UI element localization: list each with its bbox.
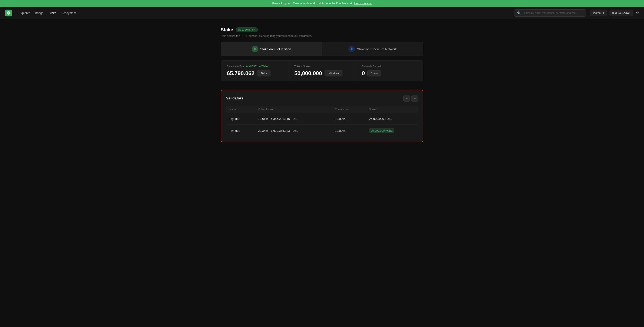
nav-ecosystem[interactable]: Ecosystem xyxy=(61,10,76,16)
banner-link[interactable]: Learn more → xyxy=(354,2,372,5)
stake-subtitle: Help secure the FUEL network by delegati… xyxy=(221,34,423,38)
chevron-down-icon: ▾ xyxy=(603,11,604,14)
search-bar[interactable]: 🔍 Search by block, transaction, contract… xyxy=(514,9,586,16)
wallet-address[interactable]: 0x3F56...4dCF xyxy=(610,10,633,16)
eth-icon xyxy=(348,46,355,52)
stat-staked-value: 50,000.000 Withdraw xyxy=(294,70,350,77)
col-voting-power: Voting Power xyxy=(255,106,332,113)
table-header-row: Name Voting Power Commission Staked xyxy=(226,106,418,113)
prev-arrow[interactable]: ← xyxy=(403,95,410,102)
validators-table-body: mynode 79.66% - 6,345,291.115 FUEL 10.00… xyxy=(226,113,418,137)
banner-text: Points Program: Earn rewards and contrib… xyxy=(272,2,353,5)
tab-ethereum-label: Stake on Ethereum Network xyxy=(357,47,397,51)
stat-staked-label: Tokens Staked xyxy=(294,65,350,68)
tab-ethereum-network[interactable]: Stake on Ethereum Network xyxy=(322,42,423,56)
page-title: Stake xyxy=(221,27,233,32)
claim-button[interactable]: Claim xyxy=(367,70,381,76)
validators-title: Validators xyxy=(226,96,244,100)
validators-table-head: Name Voting Power Commission Staked xyxy=(226,106,418,113)
search-placeholder: Search by block, transaction, contract, … xyxy=(522,12,578,14)
nav-stake[interactable]: Stake xyxy=(49,10,56,16)
add-fuel-link[interactable]: Add FUEL to Wallet xyxy=(246,65,268,68)
validator-2-voting-power: 20.34% - 1,620,365.123 FUEL xyxy=(255,124,332,137)
validator-1-voting-power: 79.66% - 6,345,291.115 FUEL xyxy=(255,113,332,124)
withdraw-button[interactable]: Withdraw xyxy=(324,70,342,76)
nav-links: Explorer Bridge Stake Ecosystem xyxy=(19,10,514,16)
logo-icon xyxy=(5,10,12,16)
validator-2-commission: 10.00% xyxy=(332,124,366,137)
next-arrow[interactable]: → xyxy=(412,95,418,102)
stat-staked: Tokens Staked 50,000.000 Withdraw xyxy=(288,61,356,81)
validator-1-name: mynode xyxy=(226,113,255,124)
col-commission: Commission xyxy=(332,106,366,113)
stat-balance-value: 65,790.062 Stake xyxy=(227,70,282,77)
validator-row-1[interactable]: mynode 79.66% - 6,345,291.115 FUEL 10.00… xyxy=(226,113,418,124)
wallet-address-text: 0x3F56...4dCF xyxy=(612,11,630,14)
fuel-icon xyxy=(252,46,258,52)
top-banner: Points Program: Earn rewards and contrib… xyxy=(0,0,644,6)
logo[interactable] xyxy=(5,10,12,16)
validators-table: Name Voting Power Commission Staked myno… xyxy=(226,106,418,137)
stat-balance-label: Balance in Fuel Add FUEL to Wallet xyxy=(227,65,282,68)
search-icon: 🔍 xyxy=(517,11,521,15)
nav-arrows: ← → xyxy=(403,95,418,102)
nav-bridge[interactable]: Bridge xyxy=(35,10,44,16)
validator-2-staked: 25,000.000 FUEL xyxy=(366,124,418,137)
navbar-right: Testnet ▾ 0x3F56...4dCF ⚙ xyxy=(590,10,639,16)
validator-1-commission: 10.00% xyxy=(332,113,366,124)
stat-rewards-value: 0 Claim xyxy=(362,70,417,77)
stat-rewards: Rewards Earned 0 Claim xyxy=(356,61,423,81)
stat-rewards-label: Rewards Earned xyxy=(362,65,417,68)
stat-balance: Balance in Fuel Add FUEL to Wallet 65,79… xyxy=(221,61,288,81)
validator-1-staked: 25,000.000 FUEL xyxy=(366,113,418,124)
network-button[interactable]: Testnet ▾ xyxy=(590,10,607,16)
validators-section: Validators ← → Name Voting Power Commiss… xyxy=(221,90,423,142)
main-content: Stake Up to 10% APY Help secure the FUEL… xyxy=(216,19,428,150)
validator-row-2[interactable]: mynode 20.34% - 1,620,365.123 FUEL 10.00… xyxy=(226,124,418,137)
tab-fuel-ignition[interactable]: Stake on Fuel Ignition xyxy=(221,42,322,56)
network-label: Testnet xyxy=(592,11,602,14)
apy-badge: Up to 10% APY xyxy=(236,28,258,32)
stake-header: Stake Up to 10% APY xyxy=(221,27,423,32)
nav-explorer[interactable]: Explorer xyxy=(19,10,30,16)
col-staked: Staked xyxy=(366,106,418,113)
settings-icon[interactable]: ⚙ xyxy=(636,11,639,15)
validator-2-staked-highlighted: 25,000.000 FUEL xyxy=(369,128,394,133)
col-name: Name xyxy=(226,106,255,113)
navbar: Explorer Bridge Stake Ecosystem 🔍 Search… xyxy=(0,6,644,19)
validators-header: Validators ← → xyxy=(226,95,418,102)
tab-fuel-ignition-label: Stake on Fuel Ignition xyxy=(260,47,291,51)
stake-tabs: Stake on Fuel Ignition Stake on Ethereum… xyxy=(221,42,423,56)
stake-button[interactable]: Stake xyxy=(257,70,270,76)
stats-row: Balance in Fuel Add FUEL to Wallet 65,79… xyxy=(221,60,423,81)
validator-2-name: mynode xyxy=(226,124,255,137)
